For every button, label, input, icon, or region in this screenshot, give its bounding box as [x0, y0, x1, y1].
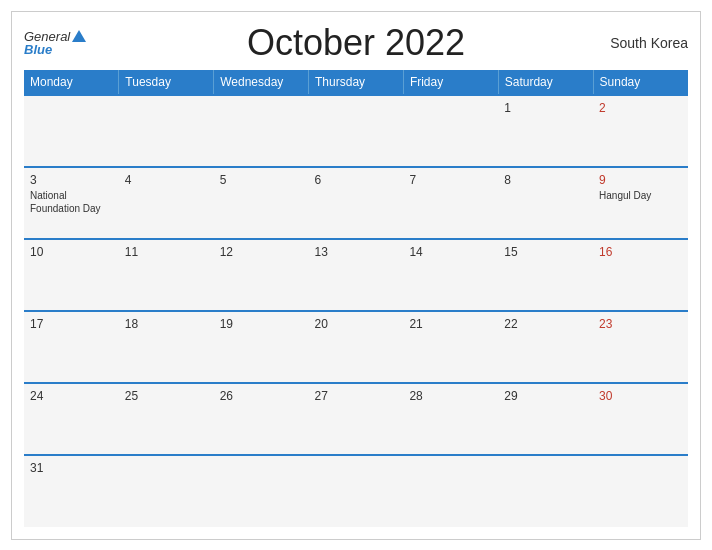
day-number: 7: [409, 173, 492, 187]
day-number: 17: [30, 317, 113, 331]
header-monday: Monday: [24, 70, 119, 95]
day-number: 15: [504, 245, 587, 259]
day-number: 21: [409, 317, 492, 331]
day-number: 23: [599, 317, 682, 331]
day-number: 18: [125, 317, 208, 331]
calendar-body: 123National Foundation Day456789Hangul D…: [24, 95, 688, 527]
calendar-cell: 3National Foundation Day: [24, 167, 119, 239]
calendar-cell: [119, 95, 214, 167]
calendar-cell: [119, 455, 214, 527]
calendar-cell: 17: [24, 311, 119, 383]
calendar-cell: 7: [403, 167, 498, 239]
day-event: National Foundation Day: [30, 189, 113, 215]
header-tuesday: Tuesday: [119, 70, 214, 95]
calendar-cell: [309, 95, 404, 167]
calendar-cell: 13: [309, 239, 404, 311]
calendar-cell: 25: [119, 383, 214, 455]
header-sunday: Sunday: [593, 70, 688, 95]
day-number: 8: [504, 173, 587, 187]
calendar-cell: 11: [119, 239, 214, 311]
calendar-cell: 8: [498, 167, 593, 239]
calendar-cell: [498, 455, 593, 527]
calendar-cell: 16: [593, 239, 688, 311]
day-number: 28: [409, 389, 492, 403]
calendar-cell: 21: [403, 311, 498, 383]
header-saturday: Saturday: [498, 70, 593, 95]
calendar-cell: [403, 95, 498, 167]
day-number: 5: [220, 173, 303, 187]
day-number: 14: [409, 245, 492, 259]
calendar-cell: 22: [498, 311, 593, 383]
day-number: 29: [504, 389, 587, 403]
calendar-cell: 12: [214, 239, 309, 311]
day-event: Hangul Day: [599, 189, 682, 202]
day-number: 12: [220, 245, 303, 259]
calendar-header-row: Monday Tuesday Wednesday Thursday Friday…: [24, 70, 688, 95]
day-number: 1: [504, 101, 587, 115]
calendar-cell: 30: [593, 383, 688, 455]
day-number: 20: [315, 317, 398, 331]
calendar-cell: [24, 95, 119, 167]
calendar-cell: 29: [498, 383, 593, 455]
calendar-cell: 28: [403, 383, 498, 455]
day-number: 9: [599, 173, 682, 187]
calendar-grid: Monday Tuesday Wednesday Thursday Friday…: [24, 70, 688, 527]
calendar-header: General Blue October 2022 South Korea: [24, 22, 688, 64]
calendar-cell: 23: [593, 311, 688, 383]
logo-triangle-icon: [72, 30, 86, 42]
calendar-container: General Blue October 2022 South Korea Mo…: [11, 11, 701, 540]
calendar-cell: 4: [119, 167, 214, 239]
calendar-cell: 2: [593, 95, 688, 167]
day-number: 25: [125, 389, 208, 403]
day-number: 6: [315, 173, 398, 187]
calendar-cell: 5: [214, 167, 309, 239]
calendar-cell: 18: [119, 311, 214, 383]
header-wednesday: Wednesday: [214, 70, 309, 95]
calendar-cell: [214, 95, 309, 167]
day-number: 11: [125, 245, 208, 259]
day-number: 16: [599, 245, 682, 259]
day-number: 4: [125, 173, 208, 187]
calendar-cell: 31: [24, 455, 119, 527]
day-number: 10: [30, 245, 113, 259]
calendar-cell: 1: [498, 95, 593, 167]
calendar-cell: 26: [214, 383, 309, 455]
logo-blue-text: Blue: [24, 43, 52, 56]
calendar-cell: [214, 455, 309, 527]
day-number: 30: [599, 389, 682, 403]
calendar-cell: 24: [24, 383, 119, 455]
day-number: 27: [315, 389, 398, 403]
logo: General Blue: [24, 30, 86, 56]
calendar-cell: [309, 455, 404, 527]
calendar-cell: 10: [24, 239, 119, 311]
calendar-cell: 19: [214, 311, 309, 383]
day-number: 19: [220, 317, 303, 331]
calendar-cell: 9Hangul Day: [593, 167, 688, 239]
calendar-title: October 2022: [247, 22, 465, 64]
calendar-cell: 20: [309, 311, 404, 383]
calendar-cell: 27: [309, 383, 404, 455]
day-number: 2: [599, 101, 682, 115]
calendar-cell: [403, 455, 498, 527]
header-thursday: Thursday: [309, 70, 404, 95]
day-number: 31: [30, 461, 113, 475]
calendar-cell: 6: [309, 167, 404, 239]
day-number: 22: [504, 317, 587, 331]
day-number: 24: [30, 389, 113, 403]
calendar-cell: 14: [403, 239, 498, 311]
country-label: South Korea: [610, 35, 688, 51]
day-number: 3: [30, 173, 113, 187]
calendar-cell: 15: [498, 239, 593, 311]
header-friday: Friday: [403, 70, 498, 95]
logo-general-text: General: [24, 30, 70, 43]
day-number: 26: [220, 389, 303, 403]
calendar-cell: [593, 455, 688, 527]
day-number: 13: [315, 245, 398, 259]
